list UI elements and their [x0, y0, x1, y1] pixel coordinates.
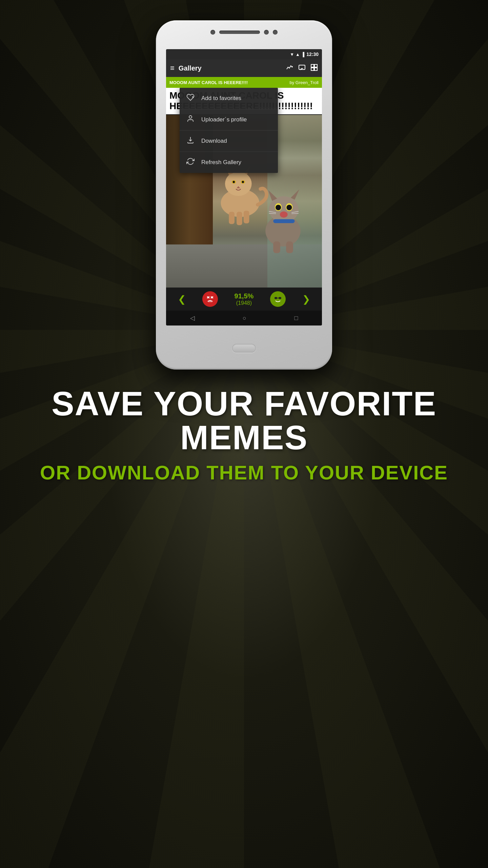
vote-score: 91,5% (1948): [235, 292, 254, 306]
earpiece-dot: [273, 30, 278, 35]
bottom-bar: ❮: [166, 288, 322, 311]
download-label: Download: [201, 138, 227, 144]
comment-icon[interactable]: [298, 64, 306, 73]
signal-icon: ▲: [296, 52, 300, 57]
svg-rect-50: [279, 297, 281, 299]
status-time: 12:30: [306, 52, 319, 57]
dropdown-item-refresh[interactable]: Refresh Gallery: [180, 152, 278, 173]
svg-rect-4: [311, 68, 314, 71]
dropdown-item-download[interactable]: Download: [180, 131, 278, 152]
status-icons: ▼ ▲ ▐: [290, 52, 304, 57]
svg-rect-20: [244, 211, 249, 223]
dropdown-item-favorites[interactable]: Add to favorites: [180, 88, 278, 109]
heart-plus-icon: [186, 93, 195, 103]
notification-banner: MOOOM AUNT CAROL IS HEEERE!!!! by Green_…: [166, 77, 322, 88]
like-button[interactable]: [270, 291, 286, 307]
refresh-icon: [186, 157, 195, 167]
headline-line2: MEMES: [180, 418, 308, 456]
speaker-grille: [219, 31, 260, 34]
svg-point-29: [280, 211, 288, 217]
svg-rect-30: [273, 219, 294, 223]
back-button[interactable]: ◁: [190, 314, 195, 322]
svg-rect-31: [273, 241, 280, 253]
download-icon: [186, 136, 195, 146]
svg-point-28: [286, 205, 292, 210]
content-area: MOOOM AUNT CAROL IS HEEEEEEEEEEERE!!!!!!…: [166, 88, 322, 288]
svg-point-26: [276, 205, 281, 210]
camera-dot: [210, 30, 215, 35]
app-title: Gallery: [179, 64, 282, 72]
android-nav-bar: ◁ ○ □: [166, 311, 322, 326]
svg-rect-2: [311, 64, 314, 67]
svg-point-16: [242, 181, 244, 183]
physical-home-button[interactable]: [232, 344, 256, 353]
recent-button[interactable]: □: [294, 315, 298, 322]
next-arrow[interactable]: ❯: [302, 294, 310, 305]
phone-top-bar: [210, 30, 278, 35]
banner-text: MOOOM AUNT CAROL IS HEEERE!!!!: [169, 80, 248, 85]
svg-point-48: [273, 294, 283, 304]
headline-line1: SAVE YOUR FAVORITE: [52, 384, 436, 422]
app-bar: ≡ Gallery: [166, 59, 322, 77]
graph-icon[interactable]: [286, 64, 293, 73]
battery-icon: ▐: [301, 52, 304, 57]
vote-count: (1948): [235, 300, 254, 306]
svg-point-8: [189, 116, 192, 118]
home-button[interactable]: ○: [243, 315, 246, 322]
phone-screen: ▼ ▲ ▐ 12:30 ≡ Gallery: [166, 49, 322, 326]
banner-user: by Green_Troll: [290, 80, 319, 85]
grid-icon[interactable]: [310, 64, 318, 73]
dropdown-menu: Add to favorites Uploader´s profile: [180, 88, 278, 173]
svg-rect-1: [299, 65, 305, 70]
svg-rect-49: [274, 297, 277, 299]
profile-label: Uploader´s profile: [201, 116, 247, 123]
svg-rect-19: [237, 212, 242, 225]
dropdown-item-profile[interactable]: Uploader´s profile: [180, 109, 278, 131]
vote-percent-value: 91,5%: [235, 292, 254, 300]
sub-headline: OR DOWNLOAD THEM TO YOUR DEVICE: [40, 461, 448, 484]
svg-point-37: [205, 294, 215, 304]
phone-mockup: ▼ ▲ ▐ 12:30 ≡ Gallery: [156, 20, 332, 370]
svg-rect-18: [229, 212, 235, 224]
toolbar-icons: [286, 64, 318, 73]
refresh-label: Refresh Gallery: [201, 159, 241, 166]
status-bar: ▼ ▲ ▐ 12:30: [166, 49, 322, 59]
svg-rect-3: [314, 64, 317, 67]
svg-point-10: [225, 172, 252, 196]
svg-point-0: [291, 66, 293, 67]
dislike-button[interactable]: [202, 291, 218, 307]
svg-point-14: [233, 181, 235, 183]
menu-button[interactable]: ≡: [170, 64, 175, 73]
wifi-icon: ▼: [290, 52, 294, 57]
bottom-text-section: SAVE YOUR FAVORITE MEMES OR DOWNLOAD THE…: [40, 387, 448, 484]
svg-rect-32: [286, 241, 293, 253]
main-headline: SAVE YOUR FAVORITE MEMES: [40, 387, 448, 454]
small-cat: [252, 170, 314, 257]
favorites-label: Add to favorites: [201, 95, 241, 102]
sensor-dot: [264, 30, 269, 35]
svg-rect-5: [314, 68, 317, 71]
svg-marker-24: [291, 189, 299, 200]
prev-arrow[interactable]: ❮: [178, 294, 186, 305]
user-icon: [186, 115, 195, 125]
